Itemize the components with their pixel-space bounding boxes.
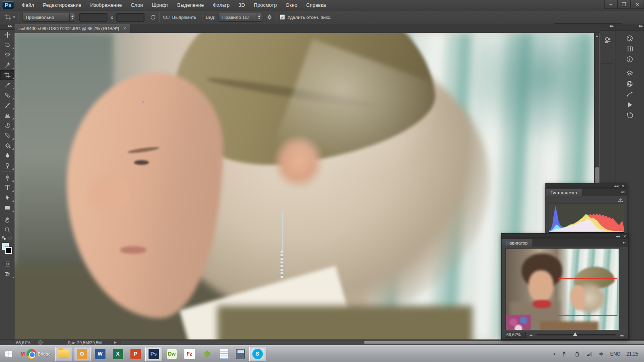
tool-crop[interactable]: [0, 70, 14, 80]
menu-help[interactable]: Справка: [302, 0, 330, 10]
taskbar-app-filezilla[interactable]: Fz: [182, 347, 198, 361]
info-panel-button[interactable]: [615, 54, 644, 64]
language-indicator[interactable]: ENG: [610, 351, 621, 357]
menu-filter[interactable]: Фильтр: [208, 0, 234, 10]
background-color-swatch[interactable]: [5, 247, 12, 254]
layers-panel-button[interactable]: [615, 68, 644, 78]
navigator-tab[interactable]: Навигатор: [502, 239, 533, 247]
tool-eraser[interactable]: [0, 130, 14, 140]
crop-options-gear-icon[interactable]: [266, 14, 273, 21]
tool-preset-caret-icon[interactable]: [13, 16, 15, 18]
tool-blur[interactable]: [0, 150, 14, 160]
current-tool-icon[interactable]: [4, 14, 11, 21]
swatches-panel-button[interactable]: [615, 43, 644, 54]
taskbar-app-outlook[interactable]: O: [74, 347, 91, 361]
color-panel-button[interactable]: [615, 33, 644, 43]
dock-collapse-icon[interactable]: ▶▶: [600, 24, 615, 31]
tool-zoom[interactable]: [0, 225, 14, 235]
swap-dimensions-icon[interactable]: [149, 14, 156, 21]
tray-expand-icon[interactable]: ▲: [553, 352, 556, 356]
panel-menu-icon[interactable]: ▾≡: [621, 190, 624, 194]
tab-close-icon[interactable]: ×: [123, 26, 126, 31]
navigator-zoom-field[interactable]: 66,67%: [505, 332, 526, 338]
zoom-in-icon[interactable]: [619, 332, 625, 338]
taskbar-app-skype[interactable]: S: [249, 347, 266, 361]
start-button[interactable]: [0, 346, 17, 362]
crop-aspect-dropdown[interactable]: Произвольно: [22, 13, 75, 22]
panel-close-icon[interactable]: ✕: [621, 184, 625, 188]
zoom-slider-thumb[interactable]: [573, 332, 577, 336]
histogram-tab[interactable]: Гистограмма: [546, 189, 582, 196]
toolbar-collapse-icon[interactable]: ▶▶: [0, 24, 14, 30]
document-tab[interactable]: iso06400-s080-DSC01202.JPG @ 66,7% (RGB/…: [14, 24, 130, 33]
clock[interactable]: 21:25: [626, 351, 638, 357]
tool-magic-wand[interactable]: [0, 60, 14, 70]
taskbar-app-dreamweaver[interactable]: Dw: [164, 347, 180, 361]
tool-pen[interactable]: [0, 173, 14, 183]
taskbar-app-excel[interactable]: X: [110, 347, 126, 361]
menu-edit[interactable]: Редактирование: [39, 0, 86, 10]
default-colors-icon[interactable]: [2, 236, 6, 241]
horizontal-scrollbar[interactable]: [121, 341, 594, 344]
crop-width-field[interactable]: [79, 13, 107, 22]
tool-paint-bucket[interactable]: [0, 140, 14, 150]
menu-select[interactable]: Выделение: [173, 0, 208, 10]
dock-collapse-icon[interactable]: ▶▶: [615, 24, 644, 31]
document-size-info[interactable]: Док: 29,5M/29,5M: [68, 340, 102, 345]
menu-file[interactable]: Файл: [17, 0, 39, 10]
history-panel-button[interactable]: [615, 110, 644, 120]
taskbar-app-chrome[interactable]: MBridge: [18, 347, 54, 361]
rotation-center-icon[interactable]: [140, 99, 146, 105]
taskbar-app-explorer[interactable]: [55, 347, 72, 361]
menu-window[interactable]: Окно: [281, 0, 302, 10]
menu-3d[interactable]: 3D: [234, 0, 250, 10]
tool-hand[interactable]: [0, 215, 14, 225]
menu-type[interactable]: Шрифт: [147, 0, 173, 10]
tool-eyedropper[interactable]: [0, 80, 14, 90]
tool-type[interactable]: [0, 183, 14, 193]
straighten-button[interactable]: Выпрямить: [170, 15, 199, 20]
histogram-refresh-warning-icon[interactable]: [618, 197, 623, 203]
volume-icon[interactable]: [598, 351, 605, 357]
close-button[interactable]: ✕: [631, 0, 644, 9]
taskbar-app-icq[interactable]: ✽: [199, 347, 215, 361]
taskbar-app-photoshop[interactable]: Ps: [145, 347, 162, 361]
taskbar-app-calculator[interactable]: [233, 347, 248, 361]
tool-dodge[interactable]: [0, 160, 14, 171]
tool-clone-stamp[interactable]: [0, 110, 14, 120]
straighten-icon[interactable]: [163, 14, 170, 21]
tool-path-selection[interactable]: [0, 193, 14, 203]
tool-lasso[interactable]: [0, 50, 14, 60]
zoom-out-icon[interactable]: [529, 333, 533, 337]
restore-button[interactable]: ❐: [617, 0, 631, 9]
status-menu-arrow-icon[interactable]: ▶: [114, 340, 117, 344]
tool-rectangle[interactable]: [0, 203, 14, 213]
tool-move[interactable]: [0, 30, 14, 40]
menu-layers[interactable]: Слои: [126, 0, 147, 10]
menu-image[interactable]: Изображение: [86, 0, 126, 10]
scroll-up-icon[interactable]: [596, 35, 598, 37]
menu-view[interactable]: Просмотр: [250, 0, 281, 10]
properties-panel-button[interactable]: [604, 35, 611, 45]
navigator-thumbnail[interactable]: [506, 248, 619, 332]
overlay-view-dropdown[interactable]: Правило 1/3: [219, 13, 262, 22]
taskbar-app-notepad[interactable]: [217, 347, 231, 361]
quick-mask-button[interactable]: [0, 259, 14, 269]
taskbar-app-powerpoint[interactable]: P: [128, 347, 144, 361]
panel-collapse-icon[interactable]: ◀◀: [616, 235, 620, 238]
panel-collapse-icon[interactable]: ◀◀: [614, 185, 619, 188]
tool-elliptical-marquee[interactable]: [0, 40, 14, 50]
navigator-viewbox[interactable]: [558, 278, 617, 316]
channels-panel-button[interactable]: [615, 78, 644, 89]
tool-healing-brush[interactable]: [0, 90, 14, 100]
delete-cropped-checkbox[interactable]: ✓: [280, 14, 285, 20]
actions-panel-button[interactable]: [615, 99, 644, 110]
zoom-slider[interactable]: [537, 334, 616, 335]
network-signal-icon[interactable]: [586, 351, 592, 357]
zoom-level[interactable]: 66,67%: [16, 340, 31, 345]
tool-brush[interactable]: [0, 100, 14, 110]
minimize-button[interactable]: –: [604, 0, 617, 9]
horizontal-scroll-thumb[interactable]: [364, 341, 644, 344]
screen-mode-button[interactable]: [0, 269, 14, 279]
panel-close-icon[interactable]: ✕: [623, 234, 626, 239]
